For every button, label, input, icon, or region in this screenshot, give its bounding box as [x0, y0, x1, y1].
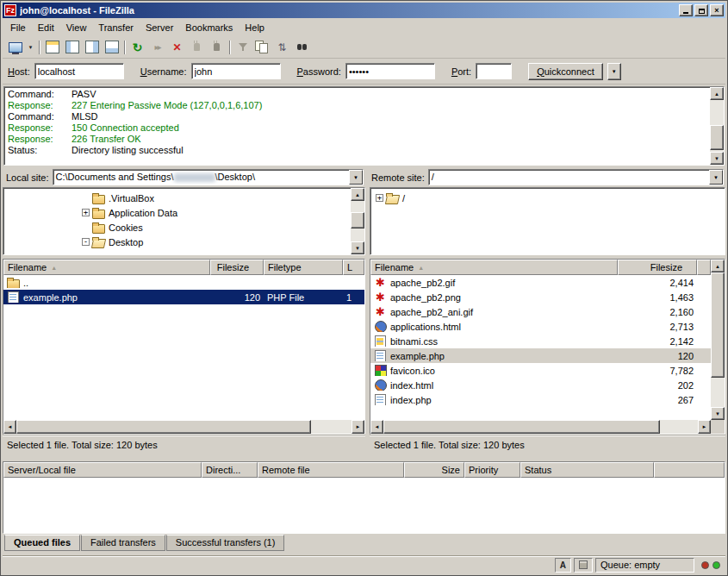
scroll-thumb[interactable]: [711, 272, 725, 378]
scroll-down-button[interactable]: ▼: [710, 152, 724, 165]
toolbar-button[interactable]: [167, 38, 187, 57]
tree-expander[interactable]: +: [376, 194, 383, 202]
maximize-button[interactable]: [694, 4, 708, 16]
menu-item[interactable]: Help: [239, 21, 271, 34]
host-input[interactable]: [34, 63, 124, 79]
column-header[interactable]: Filesize▲: [210, 260, 264, 275]
toolbar-button[interactable]: [42, 38, 62, 57]
scroll-thumb[interactable]: [710, 125, 724, 150]
file-row[interactable]: index.php 267: [370, 392, 711, 407]
scroll-right-button[interactable]: ►: [352, 420, 364, 434]
horizontal-splitter[interactable]: [3, 454, 725, 461]
log-scrollbar[interactable]: ▲ ▼: [710, 87, 724, 165]
column-header[interactable]: Remote file: [258, 462, 404, 478]
file-row[interactable]: favicon.ico 7,782: [370, 363, 711, 378]
local-hscrollbar[interactable]: ◄ ►: [3, 420, 364, 434]
username-input[interactable]: [191, 63, 281, 79]
column-header[interactable]: [654, 462, 725, 478]
column-header[interactable]: Filetype▲: [264, 260, 343, 275]
scroll-thumb[interactable]: [383, 420, 660, 434]
file-row[interactable]: ..: [3, 275, 364, 290]
file-row[interactable]: example.php 120: [370, 348, 711, 363]
column-header[interactable]: Size: [404, 462, 464, 478]
column-header[interactable]: Status: [520, 462, 654, 478]
queue-tab[interactable]: Failed transfers: [81, 535, 165, 551]
tree-expander[interactable]: -: [82, 238, 90, 246]
combo-dropdown-icon[interactable]: [349, 170, 363, 185]
toolbar-button[interactable]: [82, 38, 102, 57]
tree-item[interactable]: Cookies: [3, 220, 351, 235]
scroll-left-button[interactable]: ◄: [370, 420, 383, 434]
menu-item[interactable]: Transfer: [92, 21, 140, 34]
remote-hscrollbar[interactable]: ◄ ►: [370, 420, 711, 434]
toolbar-button[interactable]: [187, 38, 207, 57]
scroll-up-button[interactable]: ▲: [710, 87, 724, 100]
menu-item[interactable]: Bookmarks: [179, 21, 239, 34]
file-row[interactable]: bitnami.css 2,142: [370, 334, 711, 348]
menu-item[interactable]: File: [4, 21, 32, 34]
file-row[interactable]: apache_pb2.png 1,463: [370, 290, 711, 304]
toolbar-button[interactable]: [207, 38, 227, 57]
quickconnect-button[interactable]: Quickconnect: [528, 63, 603, 80]
toolbar-button[interactable]: [252, 38, 272, 57]
local-tree-scrollbar[interactable]: ▲ ▼: [351, 188, 364, 254]
quickconnect-dropdown-button[interactable]: [607, 63, 621, 80]
local-site-combo[interactable]: C:\Documents and Settings\\Desktop\: [53, 169, 364, 185]
scroll-down-button[interactable]: ▼: [711, 407, 725, 420]
combo-dropdown-icon[interactable]: [709, 170, 723, 185]
tree-item[interactable]: + Application Data: [3, 205, 351, 220]
toolbar-button[interactable]: [227, 38, 233, 57]
column-header[interactable]: Filename▲: [3, 260, 210, 275]
column-header[interactable]: Directi...: [202, 462, 258, 478]
scroll-thumb[interactable]: [351, 212, 364, 229]
toolbar-button[interactable]: [128, 38, 147, 57]
scroll-right-button[interactable]: ►: [698, 420, 711, 434]
menu-item[interactable]: Edit: [32, 21, 60, 34]
queue-tab[interactable]: Queued files: [4, 535, 80, 551]
toolbar-button[interactable]: [147, 38, 167, 57]
scroll-track[interactable]: [710, 100, 724, 152]
file-row[interactable]: apache_pb2_ani.gif 2,160: [370, 304, 711, 319]
scroll-up-button[interactable]: ▲: [711, 260, 725, 272]
password-input[interactable]: [345, 63, 435, 79]
scroll-thumb[interactable]: [16, 420, 311, 434]
menu-item[interactable]: View: [60, 21, 93, 34]
tree-expander[interactable]: +: [82, 209, 90, 216]
toolbar-button[interactable]: [25, 38, 36, 57]
remote-site-combo[interactable]: /: [428, 169, 724, 185]
scroll-track[interactable]: [711, 272, 725, 407]
queue-tab[interactable]: Successful transfers (1): [166, 535, 285, 551]
transfer-type-icon[interactable]: [555, 558, 571, 573]
column-header[interactable]: Filename▲: [370, 260, 618, 275]
file-row[interactable]: index.html 202: [370, 378, 711, 392]
toolbar-button[interactable]: [272, 38, 292, 57]
column-header[interactable]: ▲: [697, 260, 711, 275]
minimize-button[interactable]: [679, 4, 693, 16]
scroll-down-button[interactable]: ▼: [351, 241, 364, 254]
titlebar[interactable]: Fz john@localhost - FileZilla ×: [3, 3, 725, 18]
toolbar-button[interactable]: [102, 38, 121, 57]
scroll-left-button[interactable]: ◄: [3, 420, 16, 434]
file-row[interactable]: applications.html 2,713: [370, 319, 711, 334]
port-input[interactable]: [476, 63, 512, 79]
column-header[interactable]: Filesize▲: [618, 260, 697, 275]
column-header[interactable]: Priority: [464, 462, 520, 478]
column-header[interactable]: L▲: [343, 260, 364, 275]
encryption-icon[interactable]: [574, 558, 593, 573]
file-row[interactable]: example.php 120 PHP File 1: [3, 290, 364, 304]
toolbar-button[interactable]: [5, 38, 25, 57]
toolbar-button[interactable]: [233, 38, 252, 57]
scroll-track[interactable]: [351, 201, 364, 241]
toolbar-button[interactable]: [121, 38, 128, 57]
scroll-track[interactable]: [16, 420, 352, 434]
tree-item[interactable]: + /: [370, 191, 725, 205]
column-header[interactable]: Server/Local file: [3, 462, 202, 478]
scroll-track[interactable]: [383, 420, 698, 434]
toolbar-button[interactable]: [36, 38, 42, 57]
scroll-up-button[interactable]: ▲: [351, 188, 364, 201]
menu-item[interactable]: Server: [140, 21, 179, 34]
tree-item[interactable]: .VirtualBox: [3, 191, 351, 205]
toolbar-button[interactable]: [292, 38, 312, 57]
remote-vscrollbar[interactable]: ▲ ▼: [711, 260, 725, 420]
close-button[interactable]: ×: [710, 4, 724, 16]
